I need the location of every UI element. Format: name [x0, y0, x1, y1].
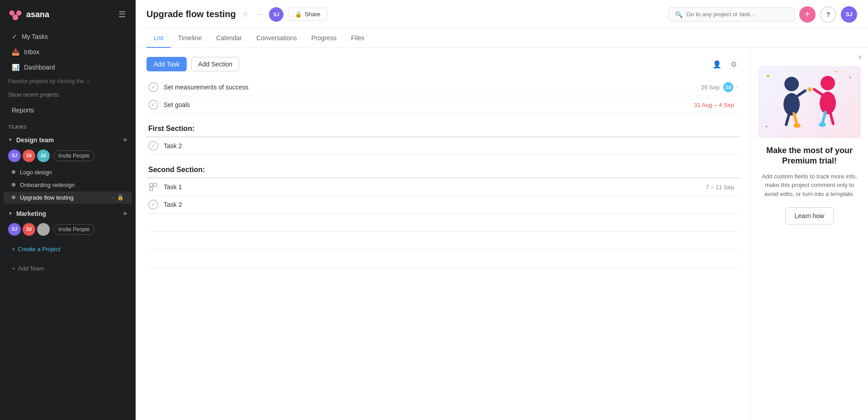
project-item-onboarding[interactable]: Onboarding redesign — [4, 179, 132, 191]
topbar-left: Upgrade flow testing ☆ ··· SJ 🔒 Share — [146, 7, 327, 22]
learn-how-button[interactable]: Learn how — [785, 207, 834, 224]
plus-icon: + — [12, 246, 15, 252]
team-design-name: ▼ Design team — [8, 136, 54, 144]
task-row[interactable]: ✓ Set goals 31 Aug – 4 Sep — [146, 96, 740, 114]
invite-people-button[interactable]: Invite People — [53, 224, 94, 235]
task-toolbar: Add Task Add Section 👤 ⚙ — [146, 57, 740, 71]
task-row[interactable]: ✓ Task 2 — [146, 137, 740, 155]
star-decoration: ✦ — [835, 70, 838, 74]
task-expand-icon: › — [736, 84, 738, 90]
teams-section-label: Teams — [0, 118, 136, 132]
search-bar[interactable]: 🔍 — [668, 7, 795, 22]
team-marketing-members: SJ 2d Invite People — [0, 221, 136, 239]
tab-files[interactable]: Files — [344, 29, 372, 48]
lock-icon: 🔒 — [295, 11, 302, 18]
subtask-icon — [148, 182, 158, 192]
sidebar-item-reports[interactable]: Reports — [4, 103, 132, 117]
sidebar-item-dashboard[interactable]: 📊 Dashboard — [4, 60, 132, 75]
svg-point-17 — [819, 122, 826, 127]
task-row[interactable]: Task 1 7 – 11 Sep — [146, 178, 740, 196]
add-team-button[interactable]: + Add Team — [4, 261, 132, 275]
avatar — [37, 223, 50, 236]
second-section: Second Section: Task 1 7 – 11 Sep — [146, 159, 740, 214]
filter-sort-button[interactable]: ⚙ — [728, 58, 740, 70]
task-date: 26 Sep — [701, 84, 720, 91]
task-complete-button[interactable]: ✓ — [148, 82, 158, 92]
search-icon: 🔍 — [675, 11, 683, 18]
sidebar-item-my-tasks[interactable]: ✓ My Tasks — [4, 29, 132, 44]
assignee-filter-button[interactable]: 👤 — [710, 58, 724, 70]
favorites-hint: Favorite projects by clicking the ☆ — [0, 75, 136, 90]
svg-point-2 — [16, 10, 22, 16]
avatar: 2d — [37, 149, 50, 162]
svg-rect-5 — [150, 187, 153, 191]
main-content: Upgrade flow testing ☆ ··· SJ 🔒 Share 🔍 … — [136, 0, 868, 420]
task-complete-button[interactable]: ✓ — [148, 141, 158, 151]
add-task-button[interactable]: Add Task — [146, 57, 187, 71]
share-button[interactable]: 🔒 Share — [288, 8, 327, 21]
asana-logo[interactable]: asana — [8, 7, 49, 22]
sidebar: asana ☰ ✓ My Tasks 📥 Inbox 📊 Dashboard F… — [0, 0, 136, 420]
section-header: First Section: — [146, 117, 740, 137]
project-title: Upgrade flow testing — [146, 9, 236, 19]
premium-title: Make the most of your Premium trial! — [758, 145, 861, 167]
sidebar-collapse-button[interactable]: ☰ — [117, 8, 127, 21]
task-row[interactable]: ✓ Set measurements of success 26 Sep 2d … — [146, 79, 740, 96]
team-add-button[interactable]: + — [123, 210, 127, 218]
my-tasks-icon: ✓ — [12, 33, 17, 40]
team-design: ▼ Design team + SJ 2d 2d Invite People L… — [0, 132, 136, 204]
sidebar-header: asana ☰ — [0, 0, 136, 29]
svg-rect-3 — [150, 183, 153, 187]
create-project-button[interactable]: + Create a Project — [4, 242, 132, 256]
task-date-overdue: 31 Aug – 4 Sep — [694, 102, 734, 108]
global-add-button[interactable]: + — [799, 6, 816, 23]
tab-list[interactable]: List — [146, 29, 171, 48]
sidebar-item-inbox[interactable]: 📥 Inbox — [4, 45, 132, 59]
project-item-upgrade[interactable]: Upgrade flow testing ··· 🔒 — [4, 191, 132, 204]
svg-point-6 — [784, 77, 799, 91]
tab-conversations[interactable]: Conversations — [249, 29, 304, 48]
avatar: 2d — [23, 149, 35, 162]
team-chevron-icon: ▼ — [8, 211, 13, 216]
task-name: Task 2 — [164, 201, 738, 208]
avatar: SJ — [8, 149, 21, 162]
more-options-button[interactable]: ··· — [255, 9, 264, 20]
task-toolbar-right: 👤 ⚙ — [710, 58, 740, 70]
task-row[interactable]: ✓ Task 2 — [146, 196, 740, 214]
task-complete-button[interactable]: ✓ — [148, 100, 158, 110]
task-complete-button[interactable]: ✓ — [148, 200, 158, 210]
favorite-star-button[interactable]: ☆ — [241, 8, 250, 20]
inbox-icon: 📥 — [12, 48, 19, 56]
tab-calendar[interactable]: Calendar — [209, 29, 249, 48]
star-decoration: ✦ — [848, 75, 852, 80]
show-recent-projects[interactable]: Show recent projects — [0, 90, 136, 103]
project-dot — [12, 170, 15, 174]
team-add-button[interactable]: + — [123, 136, 127, 144]
help-button[interactable]: ? — [820, 6, 836, 23]
task-toolbar-left: Add Task Add Section — [146, 57, 239, 71]
dashboard-icon: 📊 — [12, 64, 19, 71]
team-marketing-row[interactable]: ▼ Marketing + — [0, 206, 136, 221]
first-section: First Section: ✓ Task 2 — [146, 117, 740, 155]
svg-point-1 — [9, 10, 15, 16]
empty-row — [146, 250, 740, 268]
premium-close-button[interactable]: × — [858, 53, 863, 61]
svg-line-16 — [830, 112, 833, 124]
star-decoration: ✦ — [765, 72, 771, 79]
invite-people-button[interactable]: Invite People — [53, 150, 94, 161]
tab-timeline[interactable]: Timeline — [171, 29, 209, 48]
project-item-logo-design[interactable]: Logo design — [4, 166, 132, 178]
premium-illustration: ✦ ✦ ✦ ✦ — [758, 66, 861, 138]
task-name: Set measurements of success — [164, 84, 701, 91]
team-marketing: ▼ Marketing + SJ 2d Invite People — [0, 206, 136, 239]
task-list-container: Add Task Add Section 👤 ⚙ ✓ Set measureme… — [136, 48, 750, 420]
add-section-button[interactable]: Add Section — [191, 57, 239, 71]
tab-progress[interactable]: Progress — [304, 29, 344, 48]
search-input[interactable] — [686, 11, 788, 18]
team-design-row[interactable]: ▼ Design team + — [0, 132, 136, 148]
unsectioned-tasks: ✓ Set measurements of success 26 Sep 2d … — [146, 79, 740, 114]
svg-line-10 — [794, 113, 797, 125]
plus-icon: + — [12, 265, 15, 272]
user-avatar[interactable]: SJ — [841, 6, 857, 23]
lock-icon: 🔒 — [117, 194, 124, 201]
